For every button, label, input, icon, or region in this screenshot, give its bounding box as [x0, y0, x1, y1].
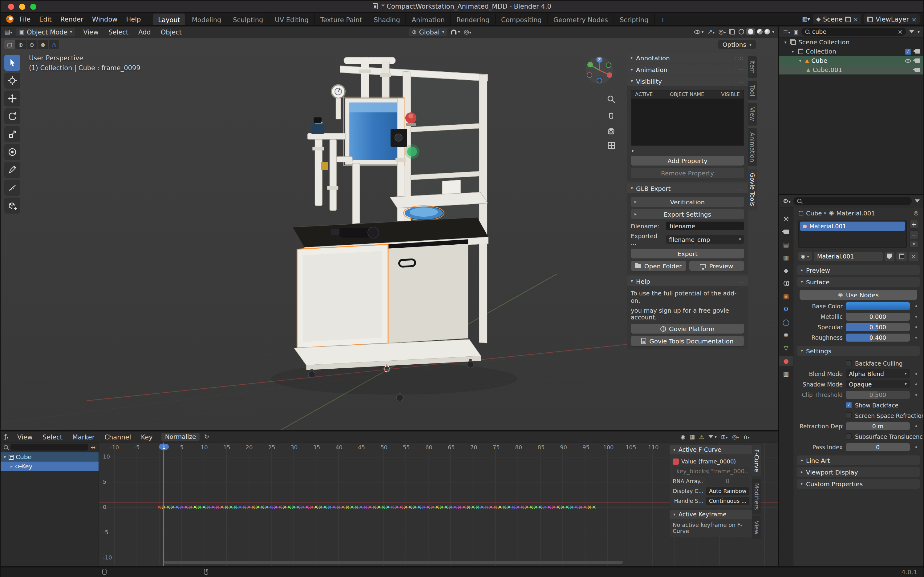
camera-view-icon[interactable] [607, 127, 616, 136]
workspace-tab-uv-editing[interactable]: UV Editing [268, 13, 314, 26]
disable-render-icon[interactable] [915, 68, 920, 72]
decorator-dot[interactable] [915, 373, 917, 374]
breadcrumb-material[interactable]: Material.001 [836, 210, 875, 216]
outliner-search-input[interactable]: cube × [802, 28, 906, 36]
collection-filter-icon[interactable]: ▣ [793, 29, 799, 35]
select-mode-extend[interactable]: ⊕ [15, 40, 26, 49]
close-window-button[interactable] [8, 4, 14, 10]
tab-output[interactable]: ▤ [779, 239, 793, 250]
add-property-button[interactable]: Add Property [631, 156, 744, 166]
graph-menu-view[interactable]: View [13, 432, 37, 442]
decorator-dot[interactable] [915, 336, 917, 338]
zoom-view-icon[interactable] [607, 95, 616, 104]
blend-mode-dropdown[interactable]: Alpha Blend▾ [846, 369, 910, 378]
disable-render-icon[interactable] [915, 49, 920, 53]
surface-section-header[interactable]: ▾Surface [797, 277, 920, 287]
browse-material-button[interactable]: ◉▾ [798, 252, 812, 261]
npanel-tab-animation[interactable]: Animation [748, 128, 757, 166]
rotate-tool[interactable] [4, 108, 20, 124]
tab-scene[interactable]: ◆ [779, 265, 793, 276]
tab-view-layer[interactable]: ▥ [779, 252, 793, 263]
unlink-material-button[interactable]: × [908, 252, 918, 261]
filename-input[interactable]: filename [666, 222, 744, 230]
preview-button[interactable]: Preview [689, 261, 744, 271]
select-box-tool[interactable] [4, 55, 20, 71]
govie-docs-button[interactable]: Govie Tools Documentation [631, 336, 744, 346]
tab-material[interactable]: ● [779, 356, 793, 366]
list-expander-icon[interactable]: ▸ [631, 148, 744, 153]
viewport-menu-add[interactable]: Add [134, 27, 155, 37]
shadow-mode-dropdown[interactable]: Opaque▾ [846, 380, 910, 388]
channel-search-input[interactable] [10, 444, 89, 451]
tab-physics[interactable]: ◯ [779, 317, 793, 327]
select-mode-difference[interactable]: ⊗ [37, 40, 48, 49]
menu-help[interactable]: Help [122, 14, 145, 24]
normalize-refresh-icon[interactable]: ↻ [204, 433, 209, 440]
workspace-tab-modeling[interactable]: Modeling [186, 13, 227, 26]
annotation-panel-header[interactable]: ▸Annotation:::: [627, 53, 748, 63]
tab-texture[interactable]: ▦ [779, 369, 793, 379]
graph-tab-view[interactable]: View [752, 517, 761, 539]
active-keyframe-header[interactable]: ▾Active Keyframe [670, 509, 752, 519]
slot-specials-button[interactable]: ▾ [909, 241, 918, 248]
unlink-scene-icon[interactable]: × [853, 16, 858, 23]
remove-property-button[interactable]: Remove Property [631, 168, 744, 178]
verification-subpanel[interactable]: ▸Verification [631, 197, 744, 207]
viewport-display-section-header[interactable]: ▸Viewport Display [797, 467, 920, 477]
graph-editor-icon[interactable]: ƒ▾ [4, 433, 9, 440]
hide-viewport-icon[interactable] [905, 59, 911, 63]
tab-object-data[interactable]: ▽ [779, 343, 793, 353]
remove-slot-button[interactable]: − [909, 230, 918, 239]
govie-platform-button[interactable]: Govie Platform [631, 324, 744, 334]
outliner-row-cube[interactable]: ▾▲ Cube [779, 56, 923, 65]
snap-popover-icon[interactable]: ◎▾ [732, 434, 739, 440]
viewport-menu-object[interactable]: Object [157, 27, 186, 37]
material-name-field[interactable]: Material.001 [813, 252, 882, 261]
outliner-row-scene-collection[interactable]: ▾ Scene Collection [779, 37, 923, 47]
tab-object[interactable]: ▣ [779, 291, 793, 301]
viewport-menu-view[interactable]: View [79, 27, 103, 37]
workspace-tab-sculpting[interactable]: Sculpting [227, 13, 268, 26]
properties-filter-icon[interactable] [915, 200, 920, 203]
handle-smoothing-dropdown[interactable]: Continuous ...▾ [706, 496, 749, 505]
specular-slider[interactable]: 0.500 [846, 323, 910, 331]
orthographic-toggle-icon[interactable] [607, 141, 616, 150]
scale-tool[interactable] [4, 126, 20, 142]
minimize-window-button[interactable] [19, 4, 25, 10]
new-scene-icon[interactable] [845, 16, 851, 22]
workspace-tab-geometry-nodes[interactable]: Geometry Nodes [547, 13, 614, 26]
npanel-tab-tool[interactable]: Tool [748, 80, 757, 100]
gizmo-toggle[interactable]: ↗▾ [708, 28, 715, 35]
npanel-tab-view[interactable]: View [748, 103, 757, 125]
workspace-tab-rendering[interactable]: Rendering [450, 13, 495, 26]
subsurface-translucency-checkbox[interactable] [846, 433, 852, 440]
channel-row-cube[interactable]: ▾ Cube [1, 452, 99, 462]
transform-tool[interactable] [4, 144, 20, 160]
horizontal-scrollbar[interactable] [164, 561, 623, 564]
material-slot-row[interactable]: ● Material.001 [800, 222, 905, 231]
cursor-tool[interactable] [4, 73, 20, 89]
tab-modifiers[interactable]: ⚙ [779, 304, 793, 314]
overlays-toggle[interactable]: ◎▾ [718, 28, 726, 35]
settings-section-header[interactable]: ▾Settings [797, 346, 920, 356]
decorator-dot[interactable] [915, 383, 917, 385]
column-object-name[interactable]: OBJECT NAME [670, 92, 704, 97]
line-art-section-header[interactable]: ▸Line Art [797, 455, 920, 465]
remove-viewlayer-icon[interactable]: × [911, 16, 917, 23]
channel-color-swatch[interactable] [673, 458, 679, 464]
decorator-dot[interactable] [915, 425, 917, 427]
filter-dropdown-icon[interactable]: ▾ [918, 29, 920, 34]
tab-render[interactable] [779, 227, 793, 237]
properties-editor-icon[interactable]: ⚙▾ [783, 198, 791, 204]
pivot-popover-icon[interactable]: ∩▾ [743, 434, 750, 440]
filter-icon[interactable] [909, 30, 914, 33]
export-settings-subpanel[interactable]: ▸Export Settings [631, 209, 744, 219]
decorator-dot[interactable] [915, 326, 917, 328]
glb-export-panel-header[interactable]: ▾GLB Export:::: [627, 184, 748, 193]
breadcrumb-object[interactable]: Cube [806, 210, 822, 216]
new-material-button[interactable] [896, 252, 906, 261]
roughness-slider[interactable]: 0.400 [846, 333, 910, 341]
only-errors-icon[interactable]: ⚠ [699, 434, 704, 440]
channel-row-key[interactable]: ▸ Key [1, 462, 99, 471]
measure-tool[interactable] [4, 180, 20, 196]
